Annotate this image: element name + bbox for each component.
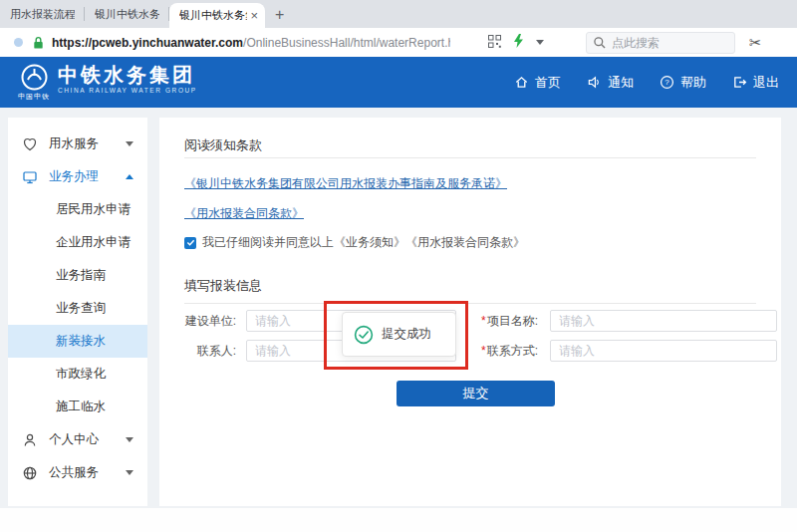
header-nav: 首页 通知 ? 帮助 退出 <box>514 57 779 108</box>
form-section-title: 填写报装信息 <box>184 277 262 295</box>
check-circle-icon <box>354 325 374 345</box>
qr-code-icon[interactable] <box>488 34 501 52</box>
nav-label: 首页 <box>535 74 561 92</box>
tab-title: 用水报装流程_ <box>10 7 75 22</box>
sidebar-item-business-query[interactable]: 业务查询 <box>8 292 147 325</box>
tab-close-icon[interactable]: × <box>247 9 261 22</box>
sidebar-label: 业务指南 <box>56 267 106 284</box>
agree-row: 我已仔细阅读并同意以上《业务须知》《用水报装合同条款》 <box>184 234 525 251</box>
crec-emblem: 中国中铁 <box>18 64 50 102</box>
sidebar-label: 施工临水 <box>56 399 106 415</box>
url-host: https://pcweb.yinchuanwater.com <box>52 36 243 50</box>
browser-address-bar: https://pcweb.yinchuanwater.com/OnlineBu… <box>0 28 797 57</box>
ssl-lock-icon[interactable] <box>32 36 45 50</box>
nav-label: 帮助 <box>680 74 706 92</box>
chevron-up-icon <box>126 174 133 179</box>
guide-document-link[interactable]: 《银川中铁水务集团有限公司用水报装办事指南及服务承诺》 <box>184 175 507 192</box>
divider <box>184 303 756 304</box>
browser-window: 用水报装流程_ 银川中铁水务集 银川中铁水务集 × + https://pcwe… <box>0 0 797 532</box>
sidebar-item-business-handling[interactable]: 业务办理 <box>8 160 147 193</box>
search-icon <box>594 37 606 49</box>
new-tab-button[interactable]: + <box>265 6 294 28</box>
tab-title: 银川中铁水务集 <box>95 7 159 22</box>
sidebar-label: 业务办理 <box>49 168 126 185</box>
sidebar-item-public-services[interactable]: 公共服务 <box>8 456 147 489</box>
sidebar-item-business-guide[interactable]: 业务指南 <box>8 259 147 292</box>
user-icon <box>22 432 38 448</box>
required-mark: * <box>481 344 486 358</box>
site-favicon-dot <box>14 38 23 47</box>
url-path: /OnlineBusinessHall/html/waterReport.htm… <box>243 36 450 50</box>
nav-logout[interactable]: 退出 <box>732 74 779 92</box>
sidebar-label: 居民用水申请 <box>56 201 131 218</box>
sidebar-label: 市政绿化 <box>56 366 106 383</box>
sidebar-item-municipal-greening[interactable]: 市政绿化 <box>8 358 147 391</box>
tab-title: 银川中铁水务集 <box>179 8 247 23</box>
sidebar-item-enterprise-water-apply[interactable]: 企业用水申请 <box>8 226 147 259</box>
sidebar-item-new-water-connection[interactable]: 新装接水 <box>8 325 147 358</box>
form-row-2: 联系人: *联系方式: <box>159 340 777 362</box>
chevron-down-icon <box>126 470 133 475</box>
browser-tab-bar: 用水报装流程_ 银川中铁水务集 银川中铁水务集 × + <box>0 0 797 28</box>
form-row-1: 建设单位: *项目名称: <box>159 310 777 332</box>
field-label-project-name: *项目名称: <box>456 313 550 330</box>
heart-icon <box>22 136 38 152</box>
main-panel: 阅读须知条款 《银川中铁水务集团有限公司用水报装办事指南及服务承诺》 《用水报装… <box>159 118 781 506</box>
site-subtitle: CHINA RAILWAY WATER GROUP <box>58 87 197 94</box>
sidebar-label: 企业用水申请 <box>56 234 131 251</box>
help-icon: ? <box>660 75 674 90</box>
contract-terms-link[interactable]: 《用水报装合同条款》 <box>184 205 304 222</box>
site-header: 中国中铁 中铁水务集团 CHINA RAILWAY WATER GROUP 首页 <box>0 57 797 108</box>
agree-text: 我已仔细阅读并同意以上《业务须知》《用水报装合同条款》 <box>202 234 525 251</box>
quick-search-box[interactable] <box>586 32 735 54</box>
search-input[interactable] <box>612 36 721 50</box>
nav-label: 退出 <box>753 74 779 92</box>
url-input[interactable]: https://pcweb.yinchuanwater.com/OnlineBu… <box>52 36 450 50</box>
browser-tab-active[interactable]: 银川中铁水务集 × <box>169 3 265 28</box>
sidebar-label: 用水服务 <box>49 135 126 152</box>
field-label-contact-person: 联系人: <box>159 343 246 360</box>
site-title: 中铁水务集团 <box>58 64 197 86</box>
project-name-input[interactable] <box>550 310 777 332</box>
contact-method-input[interactable] <box>550 340 777 362</box>
submit-button[interactable]: 提交 <box>397 381 555 406</box>
sidebar-label: 公共服务 <box>49 464 126 481</box>
browser-tab-1[interactable]: 用水报装流程_ <box>0 0 85 28</box>
speaker-icon <box>587 75 602 90</box>
svg-text:?: ? <box>664 78 669 87</box>
success-toast: 提交成功 <box>342 312 456 357</box>
field-label-contact-method: *联系方式: <box>456 343 550 360</box>
check-icon <box>186 238 195 247</box>
sidebar-label: 个人中心 <box>49 431 126 448</box>
sidebar-label: 业务查询 <box>56 300 106 317</box>
monitor-icon <box>22 169 38 185</box>
screenshot-scissors-icon[interactable]: ✂ <box>749 34 762 52</box>
required-mark: * <box>481 314 486 328</box>
logout-icon <box>732 75 747 90</box>
sidebar-item-resident-water-apply[interactable]: 居民用水申请 <box>8 193 147 226</box>
home-icon <box>514 75 529 90</box>
sidebar-menu: 用水服务 业务办理 居民用水申请 企业用水申请 业务指南 业务查询 新装接水 <box>8 118 147 506</box>
chevron-down-icon <box>126 437 133 442</box>
chevron-down-icon[interactable] <box>536 40 544 45</box>
lightning-icon[interactable] <box>513 34 524 52</box>
globe-icon <box>22 465 38 481</box>
page-bottom <box>0 508 797 532</box>
sidebar-item-personal-center[interactable]: 个人中心 <box>8 423 147 456</box>
sidebar-item-water-services[interactable]: 用水服务 <box>8 128 147 160</box>
toast-message: 提交成功 <box>382 326 431 343</box>
emblem-label: 中国中铁 <box>18 92 50 102</box>
agree-checkbox[interactable] <box>184 237 196 249</box>
field-label-construction-unit: 建设单位: <box>159 313 246 330</box>
emblem-icon <box>21 64 48 91</box>
sidebar-label: 新装接水 <box>56 333 106 350</box>
nav-label: 通知 <box>608 74 634 92</box>
nav-home[interactable]: 首页 <box>514 74 561 92</box>
sidebar-item-construction-temp-water[interactable]: 施工临水 <box>8 391 147 423</box>
company-logo: 中国中铁 中铁水务集团 CHINA RAILWAY WATER GROUP <box>18 64 197 102</box>
nav-help[interactable]: ? 帮助 <box>660 74 706 92</box>
chevron-down-icon <box>126 141 133 146</box>
nav-notifications[interactable]: 通知 <box>587 74 634 92</box>
notice-section-title: 阅读须知条款 <box>184 136 262 154</box>
browser-tab-2[interactable]: 银川中铁水务集 <box>85 0 169 28</box>
